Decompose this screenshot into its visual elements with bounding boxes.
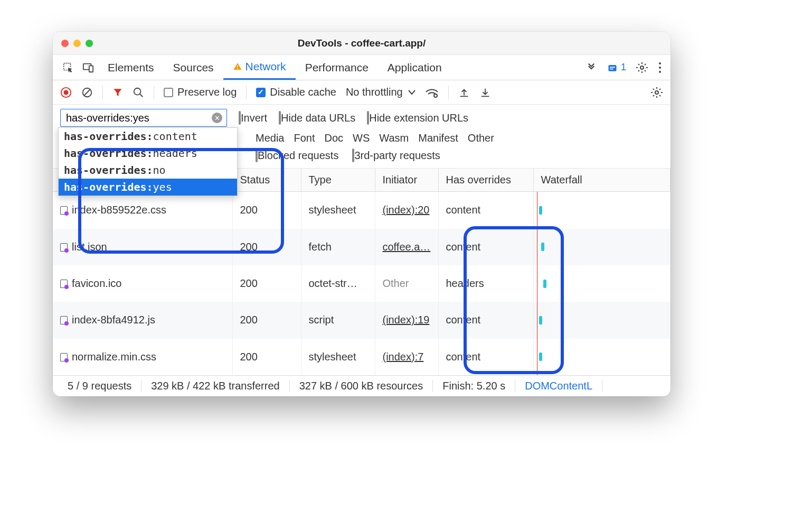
clear-filter-icon[interactable]: ✕: [212, 113, 222, 123]
issues-count: 1: [621, 62, 626, 73]
disable-cache-checkbox[interactable]: Disable cache: [256, 86, 336, 98]
cell-type: octet-str…: [301, 265, 375, 302]
svg-point-15: [134, 88, 141, 95]
request-table: NameStatusTypeInitiatorHas overridesWate…: [53, 169, 671, 375]
network-settings-icon[interactable]: [650, 86, 663, 99]
minimize-window-button[interactable]: [73, 40, 81, 47]
hide-extension-urls-checkbox[interactable]: Hide extension URLs: [367, 112, 468, 124]
cell-status: 200: [232, 302, 301, 338]
table-row[interactable]: normalize.min.css200stylesheet(index):7c…: [53, 339, 671, 375]
cell-name: favicon.ico: [53, 265, 232, 302]
status-requests: 5 / 9 requests: [58, 380, 141, 392]
table-row[interactable]: favicon.ico200octet-str…Otherheaders: [53, 265, 671, 302]
kebab-menu-icon[interactable]: [658, 62, 662, 73]
column-header-has-overrides[interactable]: Has overrides: [438, 169, 533, 192]
file-override-icon: [60, 316, 68, 324]
cell-status: 200: [232, 229, 301, 265]
initiator-link[interactable]: (index):7: [383, 351, 424, 363]
filter-input[interactable]: ✕ has-overrides:contenthas-overrides:hea…: [60, 109, 227, 127]
filter-suggestions-dropdown: has-overrides:contenthas-overrides:heade…: [58, 127, 238, 196]
tab-sources[interactable]: Sources: [164, 55, 223, 80]
status-domcontentloaded: DOMContentL: [515, 380, 602, 392]
svg-point-13: [63, 90, 68, 95]
cell-name: list.json: [53, 229, 232, 265]
devtools-window: DevTools - coffee-cart.app/ Elements Sou…: [53, 32, 671, 396]
initiator-link[interactable]: coffee.a…: [383, 241, 431, 253]
zoom-window-button[interactable]: [86, 40, 93, 47]
filter-icon[interactable]: [112, 87, 123, 98]
tab-network[interactable]: Network: [223, 55, 296, 80]
svg-point-11: [659, 71, 661, 73]
cell-type: script: [301, 302, 375, 338]
window-titlebar: DevTools - coffee-cart.app/: [53, 32, 671, 55]
type-filter-ws[interactable]: WS: [353, 132, 370, 144]
svg-rect-2: [89, 66, 93, 72]
cell-waterfall: [533, 302, 671, 338]
column-header-status[interactable]: Status: [232, 169, 301, 192]
filter-bar: ✕ has-overrides:contenthas-overrides:hea…: [53, 105, 671, 169]
table-row[interactable]: index-b859522e.css200stylesheet(index):2…: [53, 192, 671, 229]
file-override-icon: [60, 353, 68, 361]
throttling-select[interactable]: No throttling: [346, 86, 416, 98]
invert-checkbox[interactable]: Invert: [239, 112, 267, 124]
cell-waterfall: [533, 229, 671, 265]
clear-button[interactable]: [81, 87, 93, 98]
inspect-icon[interactable]: [58, 62, 78, 73]
type-filter-other[interactable]: Other: [468, 132, 494, 144]
svg-rect-4: [237, 68, 238, 69]
cell-type: stylesheet: [301, 192, 375, 229]
initiator-link[interactable]: (index):19: [383, 314, 430, 326]
type-filter-wasm[interactable]: Wasm: [379, 132, 409, 144]
hide-data-urls-checkbox[interactable]: Hide data URLs: [279, 112, 355, 124]
filter-suggestion-item[interactable]: has-overrides:no: [59, 162, 237, 179]
close-window-button[interactable]: [61, 40, 69, 47]
traffic-lights: [61, 40, 93, 47]
type-filter-row: MediaFontDocWSWasmManifestOther: [256, 127, 663, 150]
file-override-icon: [60, 243, 68, 252]
search-icon[interactable]: [133, 87, 144, 98]
settings-icon[interactable]: [636, 61, 648, 74]
filter-text-field[interactable]: [65, 112, 212, 125]
tab-application[interactable]: Application: [378, 55, 451, 80]
file-override-icon: [60, 206, 68, 215]
type-filter-manifest[interactable]: Manifest: [418, 132, 458, 144]
column-header-waterfall[interactable]: Waterfall: [533, 169, 671, 192]
cell-name: normalize.min.css: [53, 339, 232, 375]
issues-badge[interactable]: 1: [607, 62, 626, 73]
more-tabs-icon[interactable]: [585, 63, 598, 72]
filter-suggestion-item[interactable]: has-overrides:yes: [59, 179, 237, 196]
cell-initiator: (index):20: [375, 192, 438, 229]
filter-suggestion-item[interactable]: has-overrides:headers: [59, 145, 237, 162]
download-har-icon[interactable]: [479, 87, 491, 98]
cell-status: 200: [232, 339, 301, 375]
device-toggle-icon[interactable]: [78, 62, 98, 73]
table-row[interactable]: list.json200fetchcoffee.a…content: [53, 229, 671, 265]
tab-elements[interactable]: Elements: [98, 55, 164, 80]
blocked-requests-checkbox[interactable]: Blocked requests: [256, 150, 338, 162]
cell-type: fetch: [301, 229, 375, 265]
cell-status: 200: [232, 265, 301, 302]
cell-initiator: (index):7: [375, 339, 438, 375]
tab-performance[interactable]: Performance: [296, 55, 378, 80]
upload-har-icon[interactable]: [458, 87, 470, 98]
network-conditions-icon[interactable]: [425, 87, 439, 98]
column-header-type[interactable]: Type: [301, 169, 375, 192]
filter-suggestion-item[interactable]: has-overrides:content: [59, 128, 237, 145]
type-filter-media[interactable]: Media: [256, 132, 284, 144]
cell-status: 200: [232, 192, 301, 229]
cell-initiator: Other: [375, 265, 438, 302]
column-header-initiator[interactable]: Initiator: [375, 169, 438, 192]
type-filter-doc[interactable]: Doc: [325, 132, 344, 144]
tab-network-label: Network: [246, 60, 286, 73]
record-button[interactable]: [60, 87, 72, 98]
third-party-checkbox[interactable]: 3rd-party requests: [352, 150, 440, 162]
cell-name: index-b859522e.css: [53, 192, 232, 229]
initiator-link[interactable]: (index):20: [383, 204, 430, 216]
svg-point-10: [659, 67, 661, 69]
cell-has-overrides: content: [438, 339, 533, 375]
table-row[interactable]: index-8bfa4912.js200script(index):19cont…: [53, 302, 671, 338]
initiator-text: Other: [383, 277, 409, 289]
type-filter-font[interactable]: Font: [294, 132, 315, 144]
svg-rect-7: [610, 68, 613, 69]
preserve-log-checkbox[interactable]: Preserve log: [164, 86, 237, 98]
